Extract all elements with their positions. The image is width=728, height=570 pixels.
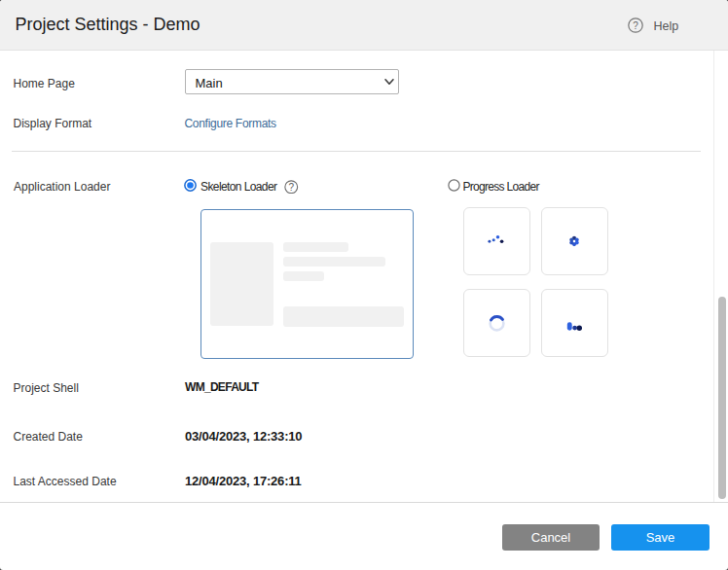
svg-text:?: ? bbox=[633, 20, 638, 31]
svg-text:?: ? bbox=[288, 181, 294, 192]
